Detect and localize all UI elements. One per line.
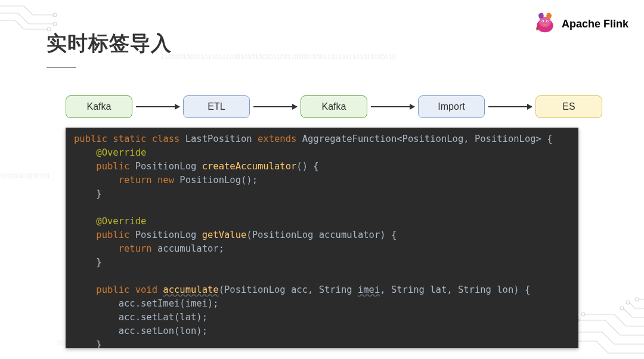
svg-point-8 bbox=[626, 301, 630, 304]
pipeline-flow: Kafka ETL Kafka Import ES bbox=[66, 93, 602, 120]
title-underline bbox=[47, 67, 76, 68]
binary-background-side: 10101001010101 bbox=[0, 173, 51, 180]
svg-point-6 bbox=[581, 312, 585, 316]
brand-header: Apache Flink bbox=[533, 11, 628, 37]
svg-point-7 bbox=[620, 307, 624, 310]
brand-text: Apache Flink bbox=[562, 18, 628, 30]
arrow-icon bbox=[371, 106, 414, 107]
arrow-icon bbox=[253, 106, 297, 107]
page-title: 实时标签导入 bbox=[47, 30, 172, 57]
svg-point-9 bbox=[635, 298, 639, 301]
svg-point-14 bbox=[542, 21, 543, 22]
arrow-icon bbox=[136, 106, 179, 107]
arrow-icon bbox=[488, 106, 532, 107]
flow-node-es: ES bbox=[535, 95, 602, 118]
flow-node-kafka-1: Kafka bbox=[66, 95, 132, 118]
flow-node-import: Import bbox=[418, 95, 485, 118]
binary-background-top: 1101001000110110111010101010010110011010… bbox=[161, 54, 396, 60]
flow-node-etl: ETL bbox=[183, 95, 250, 118]
flink-logo-icon bbox=[533, 11, 557, 37]
code-block: public static class LastPosition extends… bbox=[66, 128, 578, 348]
flow-node-kafka-2: Kafka bbox=[301, 95, 367, 118]
svg-point-0 bbox=[53, 13, 57, 17]
svg-point-15 bbox=[547, 21, 548, 22]
svg-point-1 bbox=[53, 22, 57, 26]
code-content: public static class LastPosition extends… bbox=[66, 128, 578, 348]
